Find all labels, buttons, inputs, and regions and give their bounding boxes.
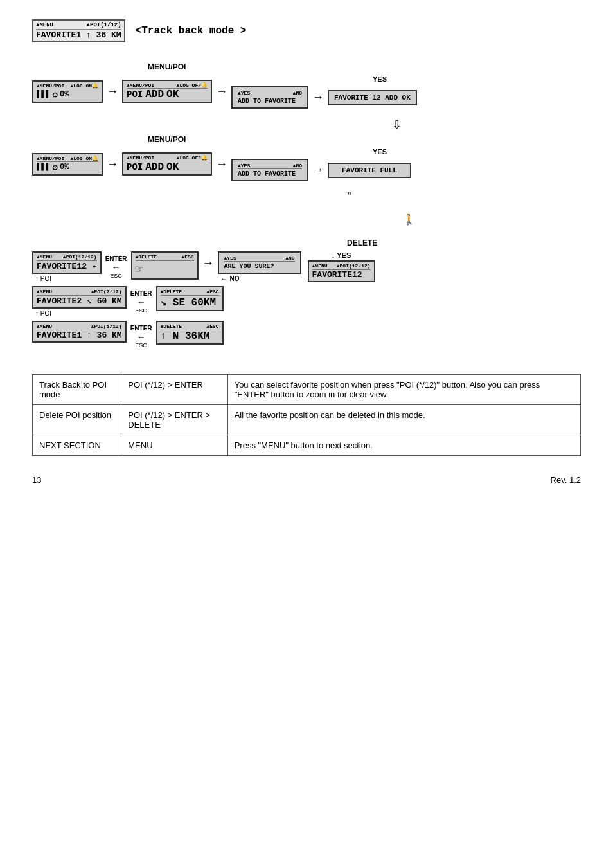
delete-row-2: ▲MENU ▲POI(2/12) FAVORITE2 ↘ 60 KM ↑ POI…: [32, 286, 581, 317]
top-section: ▲MENU ▲POI(1/12) FAVORITE1 ↑ 36 KM <Trac…: [32, 19, 581, 42]
arrow6: →: [312, 163, 324, 177]
arrow2: →: [216, 85, 227, 98]
top-screen-bottom: FAVORITE1 ↑ 36 KM: [36, 30, 121, 40]
enter-label-1: ENTER: [105, 255, 127, 262]
del-screen-3b: ▲DELETE ▲ESC ↑ N 36KM: [156, 321, 224, 345]
arrow5: →: [216, 158, 227, 171]
table-row-3: NEXT SECTION MENU Press "MENU" button to…: [33, 435, 581, 456]
del-screen-2b: ▲DELETE ▲ESC ↘ SE 60KM: [156, 286, 224, 311]
top-screen-menu: ▲MENU: [36, 22, 53, 28]
fav-screen-2: ▲MENU/POI ▲LOG ON🔔 ▌▌▌ ⚙ 0%: [32, 153, 103, 176]
result-box-1: FAVORITE 12 ADD OK: [328, 90, 417, 105]
sf1-top-right: ▲LOG ON🔔: [70, 83, 98, 89]
delete-section: DELETE ▲MENU ▲POI(12/12) FAVORITE12 ✦ ↑ …: [32, 239, 581, 348]
arrow3: →: [312, 91, 324, 104]
info-table: Track Back to POI mode POI (*/12) > ENTE…: [32, 374, 581, 456]
del-screen-2a: ▲MENU ▲POI(2/12) FAVORITE2 ↘ 60 KM: [32, 286, 127, 309]
delete-row-3: ▲MENU ▲POI(1/12) FAVORITE1 ↑ 36 KM ENTER…: [32, 321, 581, 348]
version-label: Rev. 1.2: [551, 475, 581, 485]
poi-label-2: ↑ POI: [35, 310, 51, 317]
page-footer: 13 Rev. 1.2: [32, 475, 581, 485]
delete-label-header: DELETE: [347, 239, 581, 248]
top-device-screen: ▲MENU ▲POI(1/12) FAVORITE1 ↑ 36 KM: [32, 19, 125, 42]
arrow1: →: [107, 85, 118, 98]
quote-marks: ": [347, 190, 581, 201]
down-up-arrow: ⇩: [392, 118, 402, 132]
final-screen: ▲MENU ▲POI(12/12) FAVORITE12: [308, 260, 375, 282]
top-screen-poi: ▲POI(1/12): [87, 22, 121, 28]
poi-add-screen-2: ▲MENU/POI ▲LOG OFF🔔 POI ADD OK: [122, 152, 212, 176]
table-row-1: Track Back to POI mode POI (*/12) > ENTE…: [33, 375, 581, 405]
add-flow-row1: ▲MENU/POI ▲LOG ON🔔 ▌▌▌ ⚙ 0% → ▲MENU/POI …: [32, 74, 581, 109]
atf-bot-1: ADD TO FAVORITE: [238, 98, 302, 105]
esc-label-2: ESC: [135, 307, 147, 314]
add-flow-section: MENU/POI ▲MENU/POI ▲LOG ON🔔 ▌▌▌ ⚙ 0% → ▲…: [32, 62, 581, 201]
table-cell-1-3: You can select favorite position when pr…: [227, 375, 580, 405]
table-cell-2-1: Delete POI position: [33, 405, 121, 435]
no-back-row: ← NO: [221, 275, 240, 282]
menu-poi-label1: MENU/POI: [148, 62, 186, 71]
table-row-2: Delete POI position POI (*/12) > ENTER >…: [33, 405, 581, 435]
table-cell-2-3: All the favorite position can be deleted…: [227, 405, 580, 435]
esc-label-3: ESC: [135, 342, 147, 348]
del-screen-1a: ▲MENU ▲POI(12/12) FAVORITE12 ✦: [32, 251, 102, 274]
sf1-top-left: ▲MENU/POI: [37, 83, 64, 89]
poi-add-screen-1: ▲MENU/POI ▲LOG OFF🔔 POI ADD OK: [122, 80, 212, 103]
page-number: 13: [32, 475, 41, 485]
add-to-fav-2: ▲YES ▲NO ADD TO FAVORITE: [231, 159, 308, 181]
table-cell-3-1: NEXT SECTION: [33, 435, 121, 456]
del-screen-3a: ▲MENU ▲POI(1/12) FAVORITE1 ↑ 36 KM: [32, 321, 127, 343]
yes-label-2: YES: [373, 148, 387, 156]
arrow-enter-2: ←: [137, 297, 146, 307]
table-cell-1-2: POI (*/12) > ENTER: [121, 375, 227, 405]
are-you-sure-box: ▲YES ▲NO ARE YOU SURE?: [218, 251, 301, 274]
add-to-fav-1: ▲YES ▲NO ADD TO FAVORITE: [231, 86, 308, 109]
table-cell-1-1: Track Back to POI mode: [33, 375, 121, 405]
arrow-enter-1: ←: [112, 262, 121, 273]
poi-label-1: ↑ POI: [35, 275, 51, 282]
arrow4: →: [107, 158, 118, 171]
enter-label-2: ENTER: [130, 290, 152, 297]
esc-label-1: ESC: [110, 273, 122, 279]
menu-poi-label2: MENU/POI: [148, 135, 186, 144]
table-section: Track Back to POI mode POI (*/12) > ENTE…: [32, 374, 581, 456]
person-icon: 🚶: [238, 213, 581, 226]
arrow-del-1: →: [202, 251, 214, 270]
track-back-label: <Track back mode >: [136, 25, 247, 37]
delete-row-1: ▲MENU ▲POI(12/12) FAVORITE12 ✦ ↑ POI ENT…: [32, 251, 581, 282]
yes-label-del: ↓ YES: [332, 251, 351, 259]
result-box-2: FAVORITE FULL: [328, 163, 411, 178]
yes-label-1: YES: [373, 75, 387, 83]
del-screen-1b: ▲DELETE ▲ESC ☞: [131, 251, 199, 280]
table-cell-3-2: MENU: [121, 435, 227, 456]
arrow-enter-3: ←: [137, 332, 146, 342]
table-cell-3-3: Press "MENU" button to next section.: [227, 435, 580, 456]
add-flow-row2: ▲MENU/POI ▲LOG ON🔔 ▌▌▌ ⚙ 0% → ▲MENU/POI …: [32, 147, 581, 181]
yes-result-col: ↓ YES ▲MENU ▲POI(12/12) FAVORITE12: [308, 251, 375, 282]
table-cell-2-2: POI (*/12) > ENTER > DELETE: [121, 405, 227, 435]
atf-bot-2: ADD TO FAVORITE: [238, 170, 302, 177]
fav-screen-1: ▲MENU/POI ▲LOG ON🔔 ▌▌▌ ⚙ 0%: [32, 80, 103, 103]
enter-label-3: ENTER: [130, 325, 152, 332]
